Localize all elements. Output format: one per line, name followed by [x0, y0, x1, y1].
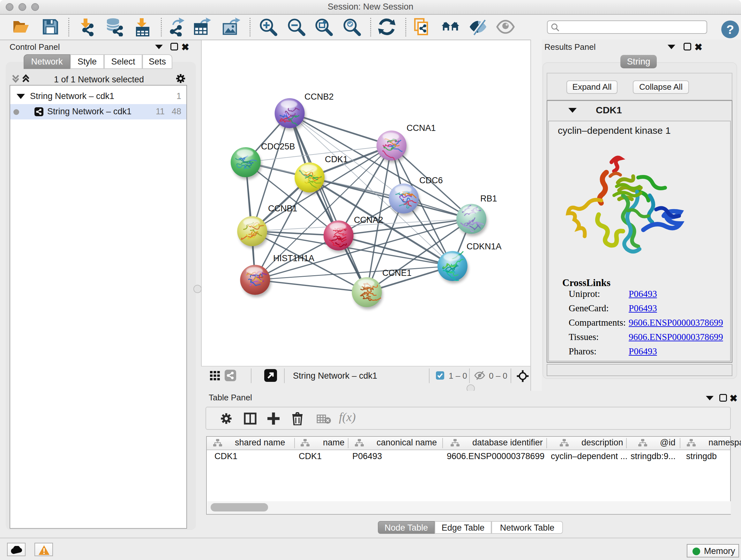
svg-text:CCNB2: CCNB2: [305, 92, 334, 102]
svg-text:CCNE1: CCNE1: [382, 268, 412, 278]
svg-text:RB1: RB1: [480, 194, 497, 203]
svg-text:CCNA2: CCNA2: [354, 215, 383, 225]
svg-text:CCNB1: CCNB1: [268, 204, 297, 213]
svg-text:CDKN1A: CDKN1A: [467, 242, 502, 251]
svg-text:CCNA1: CCNA1: [407, 123, 436, 133]
svg-text:CDK1: CDK1: [325, 154, 348, 164]
svg-text:HIST1H1A: HIST1H1A: [273, 253, 314, 263]
svg-text:?: ?: [726, 22, 734, 37]
svg-text:CDC6: CDC6: [419, 176, 443, 185]
svg-text:CDC25B: CDC25B: [261, 142, 295, 151]
